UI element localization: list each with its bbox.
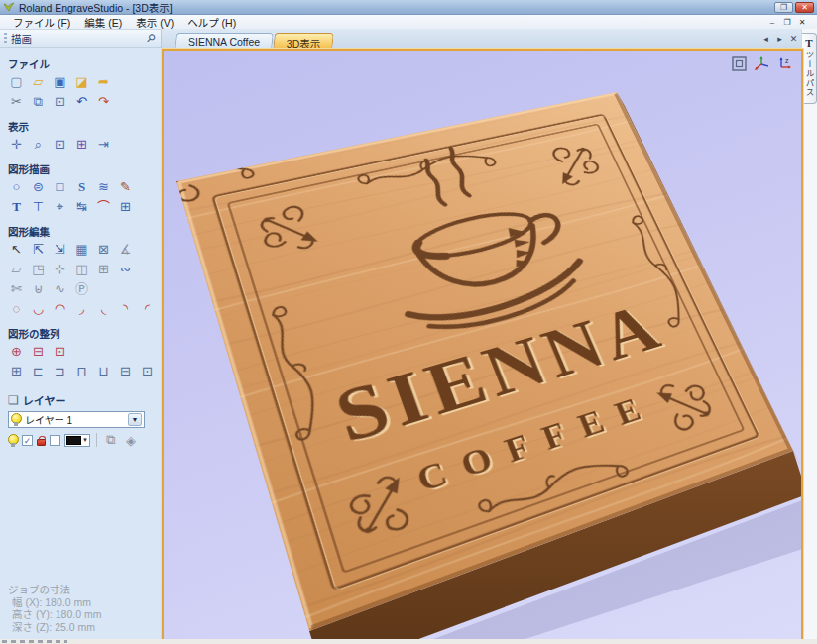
arc-node-2-icon[interactable]: ◠	[52, 301, 68, 318]
layer-visible-checkbox[interactable]: ✓	[22, 435, 33, 446]
align-h-icon[interactable]: ⊟	[117, 364, 134, 380]
mdi-minimize-button[interactable]: –	[767, 18, 777, 27]
polyline-tool-icon[interactable]: ≋	[95, 179, 112, 196]
text-kerning-tool-icon[interactable]: ↹	[73, 199, 90, 216]
node-edit-icon[interactable]: ◌	[8, 301, 25, 318]
mdi-close-button[interactable]: ✕	[797, 18, 807, 27]
skew-tool-icon[interactable]: ▱	[8, 262, 25, 278]
array-tool-icon[interactable]: ⊞	[95, 262, 112, 278]
chevron-down-icon[interactable]: ▼	[128, 413, 142, 426]
zoom-rect-icon[interactable]: ⊞	[73, 137, 90, 154]
copy-icon[interactable]: ⧉	[30, 94, 47, 111]
p-tool-icon[interactable]: Ⓟ	[73, 281, 90, 298]
new-layer-icon[interactable]: ⧉	[103, 432, 119, 448]
mirror-tool-icon[interactable]: ◫	[73, 262, 90, 278]
redo-icon[interactable]: ↷	[95, 94, 112, 111]
close-button[interactable]: ✕	[795, 2, 814, 13]
rotate-view-icon[interactable]	[754, 55, 770, 72]
3d-viewport[interactable]: SIENNA SIENNA COFFEE COFFEE z	[164, 51, 801, 639]
align-bottom-icon[interactable]: ⊔	[95, 364, 112, 380]
image-tool-icon[interactable]: ▦	[73, 242, 90, 259]
bulb-icon	[11, 413, 21, 426]
fit-view-icon[interactable]	[731, 55, 748, 72]
tab-3d-view[interactable]: 3D表示	[273, 33, 334, 51]
merge-layer-icon[interactable]: ◈	[123, 433, 139, 448]
zoom-page-icon[interactable]: ⊡	[52, 137, 68, 154]
align-v-icon[interactable]: ⊡	[139, 364, 156, 380]
z-axis-view-icon[interactable]: z	[776, 55, 793, 72]
arc-node-3-icon[interactable]: ◞	[73, 301, 90, 318]
align-top-icon[interactable]: ⊓	[73, 364, 90, 380]
open-folder-icon[interactable]: ▱	[30, 74, 47, 91]
undo-icon[interactable]: ↶	[73, 94, 90, 111]
pan-tool-icon[interactable]: ✛	[8, 137, 25, 154]
arc-node-6-icon[interactable]: ◜	[139, 301, 156, 318]
zoom-tool-icon[interactable]: ⌕	[30, 137, 47, 154]
text-arc-tool-icon[interactable]: ⌒	[95, 199, 112, 216]
circle-tool-icon[interactable]: ○	[8, 179, 25, 196]
lock-icon[interactable]	[37, 439, 46, 446]
smooth-tool-icon[interactable]: ∿	[52, 281, 68, 298]
layer-visibility-bulb-icon[interactable]	[8, 434, 18, 447]
knife-tool-icon[interactable]: ✄	[8, 281, 25, 298]
block-pattern-tool-icon[interactable]: ⊞	[117, 199, 134, 216]
resize-tool-icon[interactable]: ◳	[30, 262, 47, 278]
save-file-icon[interactable]: ▣	[52, 74, 68, 91]
center-tool-icon[interactable]: ⊹	[52, 262, 68, 278]
mdi-restore-button[interactable]: ❐	[782, 18, 792, 27]
weld-tool-icon[interactable]: ⊎	[30, 281, 47, 298]
tool-row: ↖⇱⇲▦⊠∡	[8, 241, 161, 260]
toolpath-panel-tab[interactable]: T ツールパス	[802, 33, 817, 104]
text-frame-tool-icon[interactable]: ⊤	[30, 199, 47, 216]
export-file-icon[interactable]: ➦	[95, 74, 112, 91]
align-right-icon[interactable]: ⊐	[52, 364, 68, 380]
menu-file[interactable]: ファイル (F)	[6, 15, 77, 30]
delete-tool-icon[interactable]: ⊠	[95, 242, 112, 259]
measure-tool-icon[interactable]: ∡	[117, 242, 134, 259]
new-file-icon[interactable]: ▢	[8, 74, 25, 91]
paste-icon[interactable]: ⊡	[52, 94, 68, 111]
rectangle-tool-icon[interactable]: □	[52, 179, 68, 196]
align-center-both-icon[interactable]: ⊕	[8, 344, 25, 361]
join-tool-icon[interactable]: ∾	[117, 262, 134, 278]
cut-icon[interactable]: ✂	[8, 94, 25, 111]
select-tool-icon[interactable]: ↖	[8, 242, 25, 259]
section-heading-4: 図形の整列	[8, 326, 161, 341]
menu-edit[interactable]: 編集 (E)	[77, 15, 129, 30]
align-left-icon[interactable]: ⊏	[30, 364, 47, 380]
panel-drag-handle[interactable]	[4, 33, 7, 45]
toolpath-icon: T	[805, 37, 812, 49]
tab-scroll-right-icon[interactable]: ▸	[775, 34, 784, 44]
mdi-window-controls: – ❐ ✕	[767, 18, 811, 27]
menu-help[interactable]: ヘルプ (H)	[180, 15, 243, 30]
align-page-center-icon[interactable]: ⊞	[8, 364, 25, 380]
arc-node-5-icon[interactable]: ◝	[117, 301, 134, 318]
layer-dropdown[interactable]: レイヤー 1 ▼	[8, 411, 145, 428]
zoom-selected-icon[interactable]: ⇥	[95, 137, 112, 154]
tab-scroll-left-icon[interactable]: ◂	[761, 34, 770, 44]
import-file-icon[interactable]: ◪	[73, 74, 90, 91]
tab-close-icon[interactable]: ✕	[789, 34, 798, 44]
arc-node-4-icon[interactable]: ◟	[95, 301, 112, 318]
text-tool-icon[interactable]: T	[8, 199, 25, 216]
tab-sienna-coffee[interactable]: SIENNA Coffee	[175, 33, 274, 51]
restore-button[interactable]: ❐	[774, 2, 793, 13]
text-select-tool-icon[interactable]: ⌖	[52, 199, 68, 216]
freehand-tool-icon[interactable]: ✎	[117, 179, 134, 196]
select-move-icon[interactable]: ⇲	[52, 242, 68, 259]
layer-lock-checkbox[interactable]	[50, 435, 60, 446]
toolpath-tab-label: ツールパス	[803, 51, 815, 98]
menu-view[interactable]: 表示 (V)	[129, 15, 180, 30]
align-center-v-icon[interactable]: ⊡	[52, 344, 68, 361]
ellipse-tool-icon[interactable]: ⊜	[30, 179, 47, 196]
svg-text:z: z	[785, 57, 789, 64]
align-center-h-icon[interactable]: ⊟	[30, 344, 47, 361]
select-scale-icon[interactable]: ⇱	[30, 242, 47, 259]
layer-heading: レイヤー	[23, 392, 66, 408]
tool-row: ○⊜□S≋✎	[8, 178, 161, 197]
arc-node-1-icon[interactable]: ◡	[30, 301, 47, 318]
tool-row: ▱◳⊹◫⊞∾	[8, 261, 161, 279]
section-heading-2: 図形描画	[8, 161, 161, 176]
curve-tool-icon[interactable]: S	[73, 179, 90, 196]
layer-color-swatch[interactable]: ▼	[64, 434, 90, 447]
